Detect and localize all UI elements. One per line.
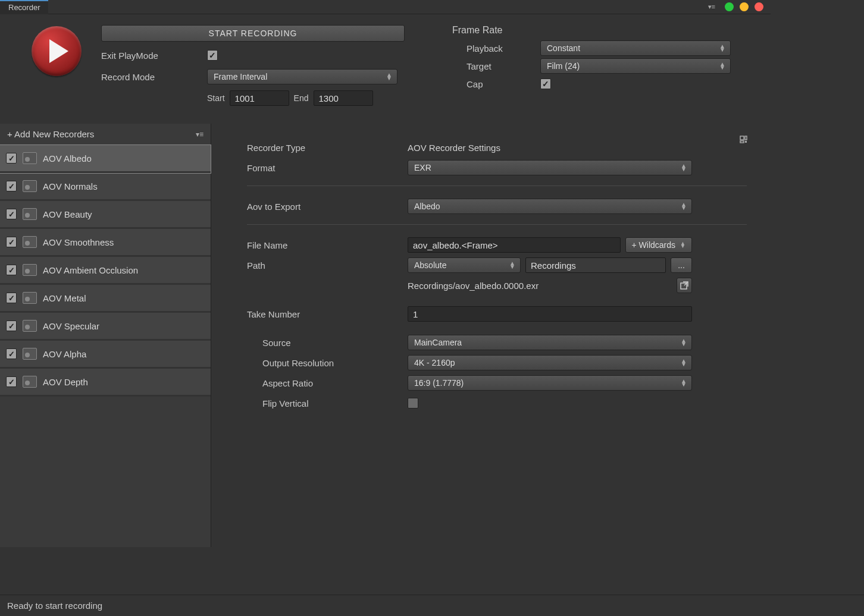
recorder-enable-checkbox[interactable]: ✓ <box>6 237 17 247</box>
play-button[interactable] <box>32 26 82 76</box>
browse-button[interactable]: ... <box>671 257 692 273</box>
source-dropdown[interactable]: MainCamera ▲▼ <box>408 335 692 350</box>
panel-options-icon[interactable]: ▾≡ <box>708 3 715 11</box>
recorder-item[interactable]: ✓AOV Depth <box>0 369 211 397</box>
recorder-item-label: AOV Smoothness <box>43 237 114 247</box>
dropdown-arrow-icon: ▲▼ <box>680 242 685 248</box>
recorder-item[interactable]: ✓AOV Ambient Occlusion <box>0 257 211 285</box>
recorder-item[interactable]: ✓AOV Specular <box>0 313 211 341</box>
recorder-enable-checkbox[interactable]: ✓ <box>6 265 17 275</box>
preset-icon[interactable] <box>740 136 750 149</box>
recorder-item-label: AOV Depth <box>43 377 88 387</box>
file-name-label: File Name <box>247 240 408 250</box>
svg-rect-2 <box>740 141 744 143</box>
cap-checkbox[interactable] <box>540 78 551 89</box>
file-name-input[interactable]: aov_albedo.<Frame> <box>408 237 621 253</box>
add-recorder-button[interactable]: + Add New Recorders <box>7 129 94 139</box>
aov-export-value: Albedo <box>414 202 440 211</box>
sidebar-menu-icon[interactable]: ▾≡ <box>196 130 204 139</box>
flip-vertical-checkbox[interactable] <box>408 398 418 408</box>
record-mode-value: Frame Interval <box>214 72 267 81</box>
divider <box>247 224 747 225</box>
output-resolution-dropdown[interactable]: 4K - 2160p ▲▼ <box>408 355 692 370</box>
format-dropdown[interactable]: EXR ▲▼ <box>408 160 692 175</box>
record-mode-label: Record Mode <box>101 72 202 82</box>
take-number-value: 1 <box>413 309 418 319</box>
recorder-item[interactable]: ✓AOV Normals <box>0 173 211 201</box>
recorder-item[interactable]: ✓AOV Beauty <box>0 201 211 229</box>
resolved-path: Recordings/aov_albedo.0000.exr <box>408 281 672 291</box>
svg-rect-0 <box>740 136 744 140</box>
dropdown-arrow-icon: ▲▼ <box>386 73 392 80</box>
playback-dropdown[interactable]: Constant ▲▼ <box>540 40 731 56</box>
record-mode-dropdown[interactable]: Frame Interval ▲▼ <box>207 69 397 84</box>
recorder-list-sidebar: + Add New Recorders ▾≡ ✓AOV Albedo✓AOV N… <box>0 124 211 547</box>
titlebar: Recorder ▾≡ <box>0 0 771 14</box>
recorder-enable-checkbox[interactable]: ✓ <box>6 293 17 303</box>
recorder-item-label: AOV Albedo <box>43 153 92 164</box>
path-value: Recordings <box>531 260 576 271</box>
recorder-enable-checkbox[interactable]: ✓ <box>6 209 17 219</box>
traffic-light-minimize[interactable] <box>740 2 749 11</box>
dropdown-arrow-icon: ▲▼ <box>681 164 687 171</box>
top-settings-area: START RECORDING Exit PlayMode Record Mod… <box>0 14 771 124</box>
recorder-item[interactable]: ✓AOV Albedo <box>0 145 211 173</box>
dropdown-arrow-icon: ▲▼ <box>681 203 687 210</box>
recorder-item-label: AOV Normals <box>43 181 98 191</box>
traffic-light-close[interactable] <box>755 2 763 11</box>
take-number-label: Take Number <box>247 309 408 319</box>
recorder-enable-checkbox[interactable]: ✓ <box>6 376 17 387</box>
cap-label: Cap <box>452 79 536 89</box>
aov-export-dropdown[interactable]: Albedo ▲▼ <box>408 199 692 214</box>
traffic-light-maximize[interactable] <box>725 2 734 11</box>
wildcards-button[interactable]: + Wildcards ▲▼ <box>625 237 692 253</box>
aspect-ratio-value: 16:9 (1.7778) <box>414 378 464 388</box>
file-name-value: aov_albedo.<Frame> <box>413 240 498 250</box>
path-mode-value: Absolute <box>414 260 446 270</box>
start-recording-button[interactable]: START RECORDING <box>101 25 405 42</box>
flip-vertical-label: Flip Vertical <box>247 398 408 408</box>
aspect-ratio-label: Aspect Ratio <box>247 378 408 388</box>
recorder-enable-checkbox[interactable]: ✓ <box>6 320 17 331</box>
recorder-type-value: AOV Recorder Settings <box>408 143 500 153</box>
start-frame-input[interactable]: 1001 <box>230 90 289 106</box>
source-value: MainCamera <box>414 338 462 347</box>
recorder-item-label: AOV Metal <box>43 293 86 303</box>
recorder-item[interactable]: ✓AOV Alpha <box>0 341 211 369</box>
recorder-enable-checkbox[interactable]: ✓ <box>6 348 17 359</box>
path-input[interactable]: Recordings <box>525 257 666 273</box>
dropdown-arrow-icon: ▲▼ <box>719 62 725 70</box>
target-dropdown[interactable]: Film (24) ▲▼ <box>540 58 731 74</box>
svg-rect-3 <box>745 141 747 143</box>
path-mode-dropdown[interactable]: Absolute ▲▼ <box>408 257 521 273</box>
body-area: + Add New Recorders ▾≡ ✓AOV Albedo✓AOV N… <box>0 124 771 547</box>
recorder-item[interactable]: ✓AOV Smoothness <box>0 229 211 257</box>
aspect-ratio-dropdown[interactable]: 16:9 (1.7778) ▲▼ <box>408 375 692 391</box>
aov-export-label: Aov to Export <box>247 202 408 212</box>
svg-rect-1 <box>745 136 747 140</box>
open-folder-button[interactable] <box>677 278 692 293</box>
recorder-details-panel: Recorder Type AOV Recorder Settings Form… <box>211 124 771 547</box>
end-frame-value: 1300 <box>319 93 339 103</box>
window-controls: ▾≡ <box>708 2 771 11</box>
end-frame-input[interactable]: 1300 <box>314 90 373 106</box>
start-recording-label: START RECORDING <box>209 29 298 38</box>
exit-playmode-checkbox[interactable] <box>207 50 218 61</box>
window-tab[interactable]: Recorder <box>0 0 48 14</box>
recorder-item[interactable]: ✓AOV Metal <box>0 285 211 313</box>
framerate-title: Frame Rate <box>452 25 759 36</box>
image-icon <box>23 376 37 388</box>
divider <box>247 186 747 186</box>
browse-label: ... <box>678 260 685 270</box>
image-icon <box>23 292 37 304</box>
recorder-enable-checkbox[interactable]: ✓ <box>6 181 17 191</box>
format-label: Format <box>247 163 408 173</box>
dropdown-arrow-icon: ▲▼ <box>719 45 725 52</box>
take-number-input[interactable]: 1 <box>408 306 692 322</box>
target-label: Target <box>452 61 536 71</box>
recorder-enable-checkbox[interactable]: ✓ <box>6 153 17 164</box>
window-tab-label: Recorder <box>8 3 40 12</box>
recorder-item-label: AOV Beauty <box>43 209 92 219</box>
end-frame-label: End <box>294 93 309 103</box>
output-resolution-value: 4K - 2160p <box>414 358 455 367</box>
